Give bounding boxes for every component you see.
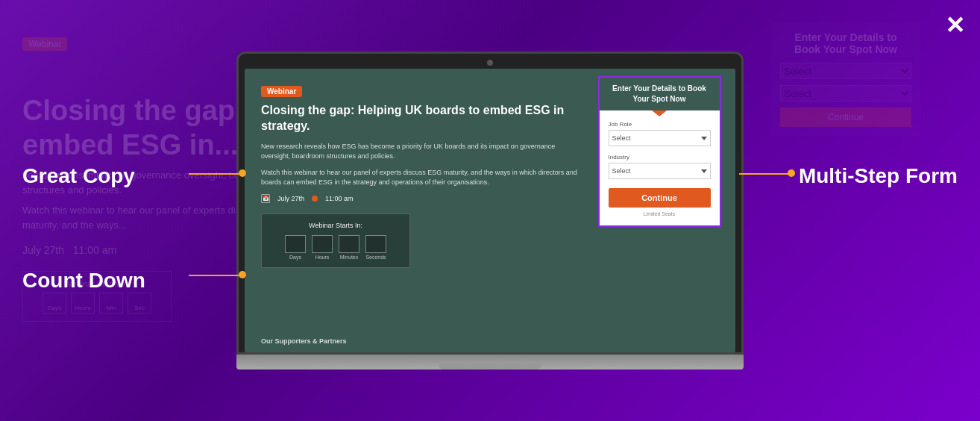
hours-unit: Hours xyxy=(312,235,333,260)
left-panel: Webinar Closing the gap: Helping UK boar… xyxy=(245,69,594,352)
continue-button[interactable]: Continue xyxy=(609,188,711,208)
laptop-screen-outer: Webinar Closing the gap: Helping UK boar… xyxy=(236,52,744,355)
event-date: July 27th xyxy=(277,195,304,202)
form-header-title: Enter Your Details to Book Your Spot Now xyxy=(609,84,711,105)
industry-select[interactable]: Select xyxy=(609,163,711,179)
laptop-camera xyxy=(487,60,493,66)
right-panel: Enter Your Details to Book Your Spot Now… xyxy=(594,69,735,352)
form-card: Enter Your Details to Book Your Spot Now… xyxy=(598,76,721,227)
limited-seats-text: Limited Seats xyxy=(609,211,711,216)
countdown-units: Days Hours Minutes xyxy=(272,235,399,260)
hours-label: Hours xyxy=(312,255,333,260)
laptop: Webinar Closing the gap: Helping UK boar… xyxy=(236,52,744,369)
countdown-title: Webinar Starts In: xyxy=(272,222,399,229)
close-button[interactable]: ✕ xyxy=(945,11,965,40)
event-title: Closing the gap: Helping UK boards to em… xyxy=(261,103,577,134)
minutes-box xyxy=(339,235,359,253)
webinar-tag: Webinar xyxy=(261,86,302,97)
bg-form: Enter Your Details to Book Your Spot Now… xyxy=(771,22,920,136)
job-role-select[interactable]: Select xyxy=(609,130,711,146)
countdown-dot xyxy=(239,271,246,278)
job-role-label: Job Role xyxy=(609,121,711,128)
count-down-label: Count Down xyxy=(22,269,145,293)
seconds-box xyxy=(365,235,386,253)
event-description-1: New research reveals how ESG has become … xyxy=(261,142,577,162)
days-label: Days xyxy=(285,255,306,260)
bg-webinar-tag: Webinar xyxy=(22,37,67,51)
hours-box xyxy=(312,235,333,253)
minutes-unit: Minutes xyxy=(339,235,359,260)
industry-label: Industry xyxy=(609,154,711,160)
countdown-box: Webinar Starts In: Days Hours xyxy=(261,213,410,268)
days-box xyxy=(285,235,306,253)
multistep-line xyxy=(739,173,791,175)
event-time: 11:00 am xyxy=(325,195,354,202)
great-copy-dot xyxy=(239,169,246,177)
laptop-base xyxy=(236,355,744,369)
seconds-unit: Seconds xyxy=(365,235,386,260)
screen-content: Webinar Closing the gap: Helping UK boar… xyxy=(245,69,735,352)
great-copy-label: Great Copy xyxy=(22,164,135,188)
seconds-label: Seconds xyxy=(365,255,386,260)
supporters-label: Our Supporters & Partners xyxy=(261,337,347,345)
laptop-screen: Webinar Closing the gap: Helping UK boar… xyxy=(245,69,735,352)
calendar-icon: 📅 xyxy=(261,194,270,203)
countdown-line xyxy=(189,275,241,276)
event-meta: 📅 July 27th 11:00 am xyxy=(261,194,577,203)
great-copy-line xyxy=(189,173,241,175)
form-card-header: Enter Your Details to Book Your Spot Now xyxy=(600,78,720,110)
multistep-dot xyxy=(788,169,795,177)
multi-step-form-label: Multi-Step Form xyxy=(799,164,958,188)
days-unit: Days xyxy=(285,235,306,260)
minutes-label: Minutes xyxy=(339,255,359,260)
event-description-2: Watch this webinar to hear our panel of … xyxy=(261,168,577,188)
time-dot xyxy=(312,196,318,202)
